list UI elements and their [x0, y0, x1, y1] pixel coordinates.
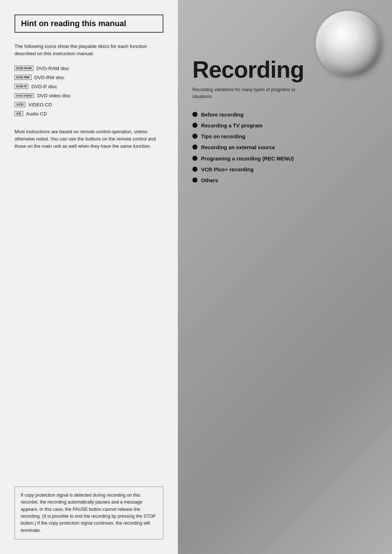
menu-item-external-source: Recording an external source [192, 144, 377, 151]
menu-item-others: Others [192, 177, 377, 184]
disc-item-dvdvideo: DVD-VIDEO DVD video disc [15, 93, 163, 98]
disc-list: DVD-RAM DVD-RAM disc DVD-RW DVD-RW disc … [15, 66, 163, 120]
menu-item-text: VCR Plus+ recording [201, 166, 254, 173]
bullet-icon [192, 178, 197, 183]
recording-subtitle: Recording variations for many types of p… [192, 86, 309, 100]
bullet-icon [192, 167, 197, 172]
menu-list: Before recording Recording a TV program … [192, 111, 377, 188]
disc-item-dvdrw: DVD-RW DVD-RW disc [15, 75, 163, 80]
cd-label: Audio CD [26, 111, 47, 117]
cd-badge: CD [15, 111, 23, 116]
menu-item-text: Recording an external source [201, 144, 275, 151]
hint-box-title: Hint on reading this manual [21, 19, 126, 28]
disc-item-dvdram: DVD-RAM DVD-RAM disc [15, 66, 163, 71]
bullet-icon [192, 144, 197, 150]
dvdrw-label: DVD-RW disc [34, 75, 65, 80]
dvdram-label: DVD-RAM disc [36, 66, 69, 71]
menu-item-vcr-plus: VCR Plus+ recording [192, 166, 377, 173]
menu-item-tv-program: Recording a TV program [192, 122, 377, 129]
menu-item-rec-menu: Programing a recording (REC MENU) [192, 155, 377, 162]
additional-text: Most instructions are based on remote co… [15, 128, 163, 150]
page-container: Hint on reading this manual The followin… [0, 0, 392, 554]
menu-item-text: Before recording [201, 111, 244, 118]
hint-box: Hint on reading this manual [15, 15, 163, 33]
dvdr-label: DVD-R disc [31, 84, 57, 89]
dvdvideo-badge: DVD-VIDEO [15, 93, 34, 98]
recording-title: Recording [192, 58, 377, 81]
bullet-icon [192, 123, 197, 128]
menu-item-text: Programing a recording (REC MENU) [201, 155, 294, 162]
menu-item-text: Others [201, 177, 218, 184]
menu-item-text: Recording a TV program [201, 122, 262, 129]
menu-item-text: Tips on recording [201, 133, 245, 140]
vcd-label: VIDEO CD [28, 102, 52, 107]
bullet-icon [192, 156, 197, 161]
dvdram-badge: DVD-RAM [15, 66, 33, 71]
bullet-icon [192, 134, 197, 139]
copy-protection-text: If copy protection signal is detected du… [21, 492, 157, 534]
disc-item-vcd: VCD VIDEO CD [15, 102, 163, 107]
dvdrw-badge: DVD-RW [15, 75, 32, 80]
menu-item-before-recording: Before recording [192, 111, 377, 118]
dvdvideo-label: DVD video disc [37, 93, 70, 98]
intro-text: The following icons show the playable di… [15, 43, 163, 58]
disc-item-cd: CD Audio CD [15, 111, 163, 117]
copy-protection-box: If copy protection signal is detected du… [15, 486, 163, 539]
right-panel: Recording Recording variations for many … [178, 0, 392, 554]
left-panel: Hint on reading this manual The followin… [0, 0, 178, 554]
dvdr-badge: DVD-R [15, 84, 28, 89]
vcd-badge: VCD [15, 102, 25, 107]
menu-item-tips-recording: Tips on recording [192, 133, 377, 140]
disc-item-dvdr: DVD-R DVD-R disc [15, 84, 163, 89]
bullet-icon [192, 112, 197, 117]
